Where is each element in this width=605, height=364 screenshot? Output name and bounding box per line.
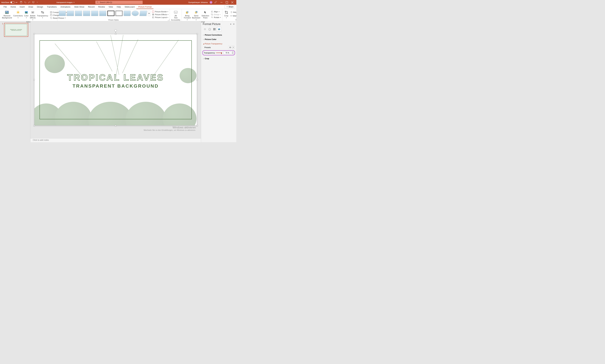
user-name[interactable]: Gumpelmeyer Johanna xyxy=(188,1,208,3)
style-preset-6[interactable] xyxy=(99,11,106,16)
tab-home[interactable]: Home xyxy=(9,5,18,9)
pane-close-icon[interactable]: ✕ xyxy=(233,23,235,25)
group-accessibility: AltText Accessibility xyxy=(170,9,182,21)
rotate-button[interactable]: Rotate▾ xyxy=(211,16,221,19)
maximize-button[interactable] xyxy=(224,0,230,5)
close-button[interactable] xyxy=(230,0,235,5)
svg-point-6 xyxy=(6,12,7,12)
notes-pane[interactable]: Click to add notes xyxy=(30,138,201,142)
resize-handle-mr[interactable] xyxy=(197,79,198,80)
bring-forward-button[interactable]: BringForward▾ xyxy=(183,10,191,21)
corrections-button[interactable]: Corrections▾ xyxy=(13,10,24,21)
save-icon[interactable] xyxy=(20,1,22,4)
presets-dropdown[interactable]: ▾ xyxy=(232,46,234,49)
tab-insert[interactable]: Insert xyxy=(18,5,26,9)
resize-handle-ml[interactable] xyxy=(33,79,35,80)
tab-slideshow[interactable]: Slide Show xyxy=(72,5,86,9)
tab-file[interactable]: File xyxy=(2,5,9,9)
style-preset-9[interactable] xyxy=(124,11,131,16)
brush-icon xyxy=(31,11,34,14)
style-preset-1[interactable] xyxy=(59,11,66,16)
transparency-label: Transparency xyxy=(204,52,215,54)
selection-pane-button[interactable]: SelectionPane xyxy=(201,10,210,21)
svg-point-3 xyxy=(97,2,98,3)
search-box[interactable]: Search (Alt+Q) xyxy=(95,1,143,4)
pane-tab-effects[interactable] xyxy=(208,27,212,31)
remove-background-button[interactable]: RemoveBackground xyxy=(1,10,13,21)
resize-handle-tr[interactable] xyxy=(197,33,198,35)
section-picture-corrections[interactable]: ▷Picture Corrections xyxy=(203,33,234,37)
autosave-label: AutoSave xyxy=(1,1,10,3)
alt-text-button[interactable]: AltText xyxy=(171,10,180,19)
present-icon[interactable] xyxy=(32,1,34,4)
redo-icon[interactable] xyxy=(28,1,30,4)
style-preset-5[interactable] xyxy=(91,11,98,16)
title-bar: AutoSave Off transparent-images ▾ Search… xyxy=(0,0,236,5)
crop-button[interactable]: Crop▾ xyxy=(224,10,229,19)
resize-handle-tl[interactable] xyxy=(33,33,35,35)
transparency-slider[interactable] xyxy=(216,53,223,53)
style-preset-3[interactable] xyxy=(75,11,82,16)
minimize-button[interactable] xyxy=(219,0,224,5)
resize-handle-bm[interactable] xyxy=(115,125,116,126)
send-backward-button[interactable]: SendBackward▾ xyxy=(191,10,201,21)
resize-handle-tm[interactable] xyxy=(115,33,116,35)
picture-layout-button[interactable]: Picture Layout▾ xyxy=(152,16,168,19)
slide-canvas[interactable]: TROPICAL LEAVES TRANSPARENT BACKGROUND xyxy=(34,34,197,126)
style-preset-4[interactable] xyxy=(83,11,90,16)
picture-effects-button[interactable]: Picture Effects▾ xyxy=(152,13,168,16)
slide-thumbnail-1[interactable]: TROPICAL LEAVES TRANSPARENT BACKGROUND xyxy=(4,23,28,37)
transparency-presets-button[interactable] xyxy=(228,46,232,49)
styles-dialog-launcher[interactable] xyxy=(168,19,169,21)
tab-design[interactable]: Design xyxy=(35,5,45,9)
tab-draw[interactable]: Draw xyxy=(26,5,35,9)
transparency-button[interactable]: Transparency▾ xyxy=(36,10,49,21)
rotation-handle[interactable] xyxy=(115,29,117,32)
group-label-styles: Picture Styles xyxy=(59,19,168,21)
style-preset-10[interactable] xyxy=(132,11,139,16)
align-icon xyxy=(211,11,213,13)
resize-handle-bl[interactable] xyxy=(33,125,35,126)
resize-handle-br[interactable] xyxy=(197,125,198,126)
transparency-value[interactable]: 75 % xyxy=(224,51,231,54)
tab-view[interactable]: View xyxy=(107,5,115,9)
style-preset-7[interactable] xyxy=(107,11,115,16)
avatar[interactable]: GJ xyxy=(210,1,212,4)
tab-review[interactable]: Review xyxy=(96,5,107,9)
section-crop[interactable]: ▷Crop xyxy=(203,57,234,60)
pane-tab-fill[interactable] xyxy=(203,27,207,31)
color-button[interactable]: Color▾ xyxy=(24,10,29,21)
picture-border-button[interactable]: Picture Border▾ xyxy=(152,10,168,13)
share-button[interactable]: Share xyxy=(224,5,235,8)
pane-tab-picture[interactable] xyxy=(217,27,221,31)
svg-rect-29 xyxy=(213,29,214,30)
tab-slidelizard[interactable]: SlideLizard xyxy=(123,5,136,9)
style-preset-8[interactable] xyxy=(116,11,123,16)
tab-animations[interactable]: Animations xyxy=(59,5,72,9)
qat-dropdown-icon[interactable] xyxy=(36,1,39,4)
pen-icon[interactable] xyxy=(214,1,217,4)
document-title[interactable]: transparent-images ▾ xyxy=(56,1,74,3)
toggle-switch[interactable] xyxy=(10,1,15,3)
undo-icon[interactable] xyxy=(24,1,26,4)
svg-point-7 xyxy=(17,12,19,13)
section-picture-color[interactable]: ▷Picture Color xyxy=(203,38,234,41)
share-icon xyxy=(226,6,228,8)
autosave-toggle[interactable]: AutoSave Off xyxy=(1,1,17,3)
pane-tab-size[interactable] xyxy=(212,27,217,31)
tab-picture-format[interactable]: Picture Format xyxy=(136,5,153,9)
style-preset-2[interactable] xyxy=(67,11,74,16)
styles-gallery[interactable] xyxy=(59,10,150,16)
align-button[interactable]: Align▾ xyxy=(211,10,221,13)
transparency-spinner[interactable]: ▲▼ xyxy=(232,51,234,54)
tab-help[interactable]: Help xyxy=(115,5,123,9)
artistic-effects-button[interactable]: ArtisticEffects▾ xyxy=(29,10,36,21)
section-picture-transparency[interactable]: ◢Picture Transparency xyxy=(203,42,234,45)
tab-transitions[interactable]: Transitions xyxy=(45,5,59,9)
tab-record[interactable]: Record xyxy=(86,5,96,9)
pane-dropdown-icon[interactable]: ▾ xyxy=(230,23,231,25)
group-button[interactable]: Group▾ xyxy=(211,13,221,16)
width-icon xyxy=(230,15,232,17)
gallery-more-button[interactable] xyxy=(148,11,150,16)
style-preset-11[interactable] xyxy=(139,11,147,16)
